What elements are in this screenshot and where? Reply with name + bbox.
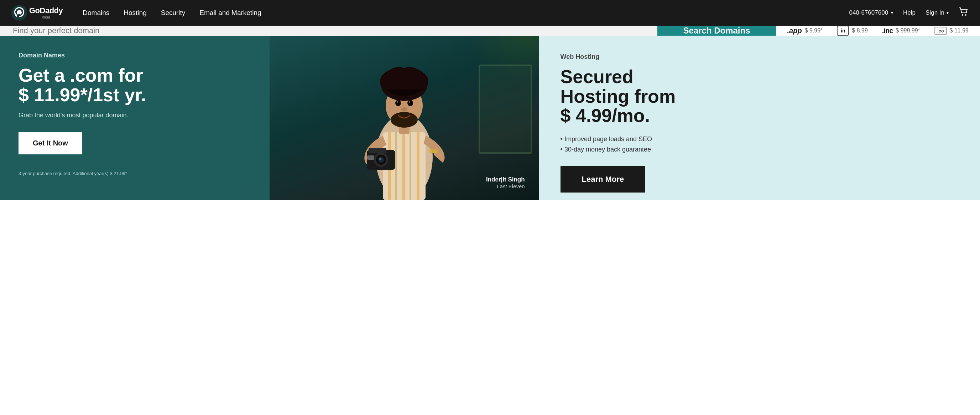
hosting-bullet-2: • 30-day money back guarantee [560, 146, 959, 153]
inc-price-item: .inc $ 999.99* [882, 27, 920, 35]
svg-point-2 [965, 14, 966, 16]
phone-number[interactable]: 040-67607600 ▾ [849, 9, 893, 16]
svg-rect-29 [367, 155, 374, 160]
phone-chevron-icon: ▾ [891, 10, 893, 15]
hosting-content: Web Hosting SecuredHosting from$ 4.99/mo… [560, 53, 959, 166]
navbar: GoDaddy India Domains Hosting Security E… [0, 0, 980, 26]
hero-cta-button[interactable]: Get It Now [19, 132, 82, 154]
app-price: $ 9.99* [805, 27, 823, 34]
logo[interactable]: GoDaddy India [11, 5, 63, 21]
hosting-bullet-1: • Improved page loads and SEO [560, 136, 959, 143]
svg-point-21 [401, 107, 407, 112]
person-illustration [347, 43, 461, 200]
inc-badge: .inc [882, 27, 893, 35]
domain-search-input[interactable] [0, 26, 657, 35]
hero-category: Domain Names [19, 52, 251, 59]
svg-point-27 [379, 158, 382, 160]
svg-point-12 [391, 112, 418, 128]
app-badge: .app [788, 27, 802, 35]
inc-price: $ 999.99* [896, 27, 920, 34]
nav-item-hosting[interactable]: Hosting [118, 6, 152, 20]
search-domains-button[interactable]: Search Domains [657, 26, 776, 36]
svg-point-1 [962, 14, 963, 16]
svg-rect-23 [369, 148, 387, 153]
svg-rect-6 [395, 132, 397, 200]
signin-button[interactable]: Sign In ▾ [926, 9, 949, 16]
svg-rect-9 [417, 132, 420, 200]
co-price: $ 11.99 [950, 27, 969, 34]
photo-caption: Inderjit Singh Last Eleven [486, 176, 525, 189]
domain-prices-strip: .app $ 9.99* in $ 8.99 .inc $ 999.99* .c… [776, 26, 980, 36]
svg-rect-28 [429, 149, 438, 153]
svg-rect-8 [409, 132, 411, 200]
in-price-item: in $ 8.99 [837, 26, 867, 36]
co-price-item: .co $ 11.99 [934, 27, 969, 35]
nav-links: Domains Hosting Security Email and Marke… [77, 6, 849, 20]
nav-item-domains[interactable]: Domains [77, 6, 115, 20]
svg-rect-7 [402, 132, 405, 200]
cart-icon[interactable] [959, 7, 969, 19]
hero-headline: Get a .com for$ 11.99*/1st yr. [19, 65, 251, 104]
hero-image-area: Inderjit Singh Last Eleven [270, 36, 539, 200]
hero-section: Domain Names Get a .com for$ 11.99*/1st … [0, 36, 980, 200]
hosting-headline: SecuredHosting from$ 4.99/mo. [560, 67, 959, 126]
co-badge: .co [934, 27, 947, 35]
hero-subtext: Grab the world's most popular domain. [19, 112, 251, 119]
hosting-bullets: • Improved page loads and SEO • 30-day m… [560, 136, 959, 153]
hero-left-panel: Domain Names Get a .com for$ 11.99*/1st … [0, 36, 539, 200]
search-section: Search Domains .app $ 9.99* in $ 8.99 .i… [0, 26, 980, 36]
hero-footnote: 3-year purchase required. Additional yea… [19, 171, 251, 176]
nav-item-security[interactable]: Security [155, 6, 191, 20]
person-company: Last Eleven [486, 183, 525, 189]
window-bg [479, 64, 532, 154]
hero-text-area: Domain Names Get a .com for$ 11.99*/1st … [0, 36, 270, 200]
signin-chevron-icon: ▾ [947, 10, 949, 15]
nav-item-email-marketing[interactable]: Email and Marketing [194, 6, 267, 20]
logo-text: GoDaddy India [29, 7, 63, 19]
in-badge: in [837, 26, 849, 36]
hosting-category: Web Hosting [560, 53, 959, 61]
hosting-cta-button[interactable]: Learn More [560, 166, 646, 193]
nav-right: 040-67607600 ▾ Help Sign In ▾ [849, 7, 969, 19]
person-name: Inderjit Singh [486, 176, 525, 183]
svg-point-20 [409, 101, 410, 103]
godaddy-logo-icon [11, 5, 27, 21]
logo-sub: India [29, 15, 63, 19]
logo-name: GoDaddy [29, 7, 63, 14]
hero-right-panel: Web Hosting SecuredHosting from$ 4.99/mo… [539, 36, 980, 200]
search-input-wrap [0, 26, 657, 36]
svg-point-19 [397, 101, 398, 103]
help-link[interactable]: Help [903, 9, 916, 16]
app-price-item: .app $ 9.99* [788, 27, 823, 35]
in-price: $ 8.99 [852, 27, 867, 34]
